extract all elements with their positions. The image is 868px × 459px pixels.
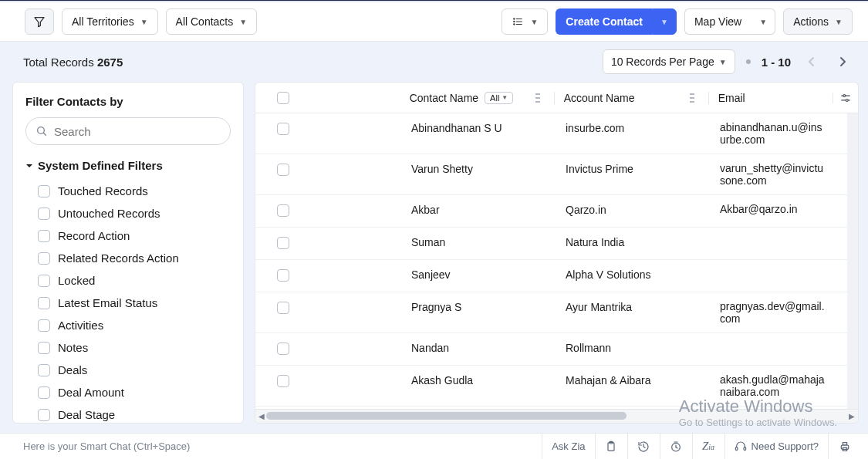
history-button[interactable] [627, 434, 660, 459]
row-checkbox[interactable] [277, 302, 289, 314]
filter-item[interactable]: Record Action [25, 224, 231, 247]
next-page-button[interactable] [833, 52, 853, 72]
prev-page-button[interactable] [802, 52, 822, 72]
vertical-scrollbar[interactable] [847, 113, 858, 409]
filter-search[interactable] [25, 117, 231, 145]
actions-dropdown[interactable]: Actions ▼ [783, 8, 853, 35]
svg-point-3 [514, 24, 515, 25]
headset-icon [735, 440, 747, 453]
th-account-name[interactable]: Account Name [555, 92, 709, 104]
horizontal-scrollbar[interactable]: ◀ ▶ [255, 409, 858, 423]
clock-button[interactable] [660, 434, 692, 459]
filter-item[interactable]: Deal Amount [25, 381, 231, 403]
table-row[interactable]: Pragnya SAyur Mantrikapragnyas.dev@gmail… [255, 292, 858, 333]
hscroll-thumb[interactable] [266, 412, 627, 420]
create-contact-label: Create Contact [566, 15, 643, 28]
filter-search-input[interactable] [54, 125, 221, 138]
table-row[interactable]: SanjeevAlpha V Solutions [255, 260, 858, 292]
page-range: 1 - 10 [762, 56, 791, 69]
svg-rect-29 [843, 442, 846, 444]
row-checkbox[interactable] [277, 237, 289, 249]
row-checkbox[interactable] [277, 269, 289, 282]
list-layout-dropdown[interactable]: ▼ [502, 8, 548, 35]
checkbox[interactable] [38, 275, 50, 287]
zia-button[interactable]: Zia [692, 434, 724, 459]
need-support-button[interactable]: Need Support? [724, 434, 828, 459]
printer-icon [839, 440, 851, 453]
row-checkbox[interactable] [277, 343, 289, 355]
row-checkbox[interactable] [277, 204, 289, 217]
table-row[interactable]: SumanNatura India [255, 228, 858, 260]
create-contact-button[interactable]: Create Contact [556, 8, 652, 35]
map-view-button[interactable]: Map View [684, 8, 751, 35]
cell-account-name: Ayur Mantrika [556, 300, 711, 313]
table-row[interactable]: NandanRollmann [255, 333, 858, 366]
checkbox[interactable] [38, 342, 50, 354]
contacts-view-dropdown[interactable]: All Contacts ▼ [166, 8, 258, 35]
checkbox[interactable] [38, 409, 50, 421]
checkbox[interactable] [38, 319, 50, 332]
ask-zia-button[interactable]: Ask Zia [542, 434, 594, 459]
filter-item[interactable]: Latest Email Status [25, 292, 231, 314]
checkbox[interactable] [38, 364, 50, 376]
filter-item[interactable]: Related Records Action [25, 247, 231, 269]
hscroll-right-icon[interactable]: ▶ [846, 410, 858, 423]
create-contact-caret[interactable]: ▼ [652, 8, 677, 35]
th-email[interactable]: Email [709, 92, 833, 104]
territories-dropdown[interactable]: All Territories ▼ [62, 8, 158, 35]
filter-item[interactable]: Activities [25, 314, 231, 336]
contact-name-all-filter[interactable]: All ▼ [485, 92, 513, 104]
table-row[interactable]: Akash GudlaMahajan & Aibaraakash.gudla@m… [255, 366, 858, 407]
drag-handle-icon[interactable] [688, 93, 699, 103]
filter-item[interactable]: Locked [25, 269, 231, 292]
chevron-down-icon: ▼ [502, 94, 508, 101]
row-checkbox[interactable] [277, 164, 289, 176]
svg-line-23 [676, 447, 677, 447]
th-contact-name[interactable]: Contact Name All ▼ [400, 92, 555, 104]
smart-chat-hint[interactable]: Here is your Smart Chat (Ctrl+Space) [23, 440, 542, 452]
filter-item[interactable]: Notes [25, 336, 231, 359]
checkbox[interactable] [38, 297, 50, 309]
cell-account-name: Qarzo.in [556, 203, 711, 216]
records-summary-bar: Total Records 2675 10 Records Per Page ▼… [0, 42, 868, 82]
table-row[interactable]: Varun ShettyInvictus Primevarun_shetty@i… [255, 154, 858, 195]
row-checkbox[interactable] [277, 123, 289, 135]
checkbox[interactable] [38, 252, 50, 265]
checkbox[interactable] [38, 185, 50, 197]
column-settings-button[interactable] [833, 93, 858, 103]
cell-account-name: Natura India [556, 235, 711, 248]
filter-section-system[interactable]: System Defined Filters [25, 159, 231, 172]
cell-account-name: insurbe.com [556, 121, 711, 134]
table-body[interactable]: Abinandhanan S Uinsurbe.comabinandhanan.… [255, 113, 858, 409]
clock-icon [670, 440, 682, 453]
pager: 10 Records Per Page ▼ 1 - 10 [603, 49, 853, 74]
cell-account-name: Alpha V Solutions [556, 268, 711, 281]
sliders-icon [839, 93, 852, 103]
row-checkbox[interactable] [277, 375, 289, 387]
filter-item-label: Touched Records [58, 184, 148, 197]
map-view-caret[interactable]: ▼ [751, 8, 775, 35]
cell-contact-name: Nandan [402, 341, 556, 354]
filter-item-label: Latest Email Status [58, 296, 157, 309]
drag-handle-icon[interactable] [534, 93, 545, 103]
filter-item-label: Related Records Action [58, 251, 179, 265]
map-view-split: Map View ▼ [684, 8, 775, 35]
filter-item[interactable]: Untouched Records [25, 202, 231, 224]
checkbox[interactable] [38, 230, 50, 242]
checkbox[interactable] [38, 208, 50, 220]
svg-rect-25 [735, 447, 738, 450]
records-per-page-dropdown[interactable]: 10 Records Per Page ▼ [603, 49, 735, 74]
select-all-checkbox[interactable] [277, 92, 289, 104]
print-button[interactable] [828, 434, 860, 459]
filter-item[interactable]: Deal Stage [25, 403, 231, 424]
filter-item[interactable]: Deals [25, 359, 231, 381]
filter-list: Touched RecordsUntouched RecordsRecord A… [25, 180, 231, 424]
table-row[interactable]: Abinandhanan S Uinsurbe.comabinandhanan.… [255, 113, 858, 154]
filter-funnel-button[interactable] [25, 8, 54, 35]
checkbox[interactable] [38, 386, 50, 399]
clipboard-button[interactable] [595, 434, 627, 459]
filter-item[interactable]: Touched Records [25, 180, 231, 202]
svg-marker-0 [35, 18, 44, 27]
filter-item-label: Deals [58, 363, 87, 376]
table-row[interactable]: AkbarQarzo.inAkbar@qarzo.in [255, 195, 858, 228]
